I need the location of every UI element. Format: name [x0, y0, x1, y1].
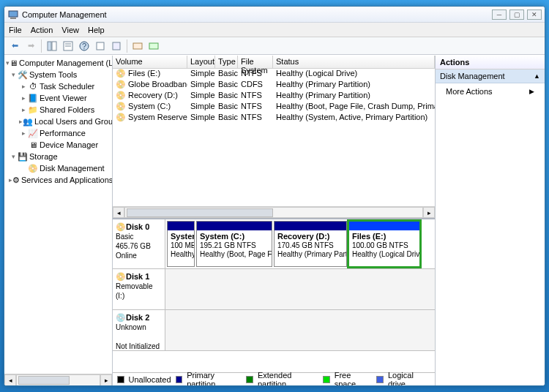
- scroll-thumb[interactable]: [18, 376, 70, 385]
- volume-row[interactable]: 📀 System ReservedSimpleBasicNTFSHealthy …: [113, 113, 435, 124]
- actions-pane: Actions Disk Management ▲ More Actions ▶: [435, 56, 545, 385]
- menu-action[interactable]: Action: [31, 26, 53, 34]
- toolbar: ⬅ ➡ ?: [4, 37, 545, 55]
- tree-item[interactable]: ▸👥Local Users and Groups: [6, 116, 111, 127]
- legend-swatch-extended: [246, 376, 253, 383]
- svg-rect-9: [97, 42, 104, 50]
- legend-extended: Extended partition: [258, 371, 318, 386]
- tree-item[interactable]: ▾🛠️System Tools: [6, 69, 111, 80]
- disk-icon: 📀: [116, 272, 126, 282]
- disk-block[interactable]: 📀Disk 1Removable (I:) No Media: [113, 269, 435, 310]
- volume-list[interactable]: 📀 Files (E:)SimpleBasicNTFSHealthy (Logi…: [113, 69, 435, 206]
- menu-file[interactable]: File: [9, 26, 22, 34]
- legend-swatch-free: [323, 376, 330, 383]
- tree-item[interactable]: 📀Disk Management: [6, 162, 111, 174]
- col-filesystem[interactable]: File System: [238, 56, 273, 68]
- navigation-pane: ▾🖥Computer Management (Local) ▾🛠️System …: [4, 56, 113, 385]
- title-bar[interactable]: Computer Management ─ ▢ ✕: [4, 7, 545, 23]
- legend-swatch-unallocated: [117, 376, 124, 383]
- svg-rect-1: [10, 18, 16, 19]
- toolbar-button-7[interactable]: [130, 39, 145, 53]
- tree-item[interactable]: ▸📁Shared Folders: [6, 104, 111, 116]
- volume-row[interactable]: 📀 Files (E:)SimpleBasicNTFSHealthy (Logi…: [113, 69, 435, 80]
- volume-row[interactable]: 📀 Recovery (D:)SimpleBasicNTFSHealthy (P…: [113, 91, 435, 102]
- legend-unallocated: Unallocated: [129, 375, 171, 384]
- volume-icon: 📀: [116, 80, 126, 88]
- disk-info: 💿Disk 2Unknown Not Initialized: [113, 310, 165, 350]
- console-tree[interactable]: ▾🖥Computer Management (Local) ▾🛠️System …: [4, 56, 112, 374]
- scroll-left-icon[interactable]: ◂: [4, 374, 16, 386]
- svg-rect-3: [52, 42, 56, 50]
- tree-item[interactable]: ▾💾Storage: [6, 151, 111, 162]
- partition[interactable]: Recovery (D:)170.45 GB NTFSHealthy (Prim…: [274, 221, 347, 267]
- disk-block[interactable]: 💿Disk 2Unknown Not Initialized: [113, 310, 435, 351]
- col-status[interactable]: Status: [273, 56, 435, 68]
- help-button[interactable]: ?: [77, 39, 92, 53]
- back-button[interactable]: ⬅: [7, 39, 22, 53]
- svg-rect-11: [133, 43, 142, 49]
- maximize-button[interactable]: ▢: [509, 10, 524, 20]
- disk-block[interactable]: 📀Disk 0Basic465.76 GBOnlineSystem100 MEH…: [113, 219, 435, 269]
- disk-icon: 📀: [116, 222, 126, 232]
- properties-button[interactable]: [61, 39, 75, 53]
- volume-list-header[interactable]: Volume Layout Type File System Status: [113, 56, 435, 69]
- disk-icon: 💿: [116, 313, 126, 323]
- tree-item[interactable]: ▸📈Performance: [6, 127, 111, 139]
- col-layout[interactable]: Layout: [187, 56, 215, 68]
- more-actions-item[interactable]: More Actions ▶: [436, 83, 545, 99]
- actions-header: Actions: [436, 56, 545, 69]
- legend-free: Free space: [335, 371, 373, 386]
- volume-icon: 📀: [116, 69, 126, 78]
- svg-rect-10: [113, 42, 120, 50]
- tree-root[interactable]: ▾🖥Computer Management (Local): [6, 57, 111, 69]
- show-hide-tree-button[interactable]: [45, 39, 59, 53]
- col-volume[interactable]: Volume: [113, 56, 187, 68]
- partition-row: System100 MEHealthySystem (C:)195.21 GB …: [165, 219, 435, 268]
- menu-help[interactable]: Help: [88, 26, 105, 34]
- partition[interactable]: System (C:)195.21 GB NTFSHealthy (Boot, …: [196, 221, 272, 267]
- legend-swatch-logical: [376, 376, 384, 383]
- refresh-button[interactable]: [93, 39, 108, 53]
- tree-item[interactable]: ▸⏱Task Scheduler: [6, 80, 111, 92]
- app-window: Computer Management ─ ▢ ✕ File Action Vi…: [4, 6, 545, 386]
- svg-text:?: ?: [82, 42, 86, 50]
- legend-swatch-primary: [176, 376, 183, 383]
- volume-icon: 📀: [116, 91, 126, 99]
- disk-info: 📀Disk 0Basic465.76 GBOnline: [113, 219, 165, 268]
- collapse-icon[interactable]: ▲: [534, 72, 540, 80]
- menu-view[interactable]: View: [61, 26, 79, 34]
- volume-row[interactable]: 📀 System (C:)SimpleBasicNTFSHealthy (Boo…: [113, 102, 435, 113]
- chevron-right-icon: ▶: [529, 88, 534, 95]
- scroll-left-icon[interactable]: ◂: [113, 207, 124, 218]
- window-title: Computer Management: [22, 10, 492, 19]
- svg-rect-2: [48, 42, 51, 50]
- volume-row[interactable]: 📀 Globe Broadband (H:)SimpleBasicCDFSHea…: [113, 80, 435, 91]
- minimize-button[interactable]: ─: [492, 10, 507, 20]
- tree-item[interactable]: ▸⚙Services and Applications: [6, 174, 111, 186]
- forward-button[interactable]: ➡: [23, 39, 38, 53]
- scroll-right-icon[interactable]: ▸: [100, 374, 112, 386]
- actions-context[interactable]: Disk Management ▲: [436, 69, 545, 83]
- disk-info: 📀Disk 1Removable (I:) No Media: [113, 269, 165, 309]
- scroll-right-icon[interactable]: ▸: [423, 207, 435, 218]
- tree-item[interactable]: 🖥Device Manager: [6, 139, 111, 151]
- nav-horizontal-scrollbar[interactable]: ◂ ▸: [4, 374, 112, 385]
- svg-rect-0: [9, 11, 18, 17]
- legend-logical: Logical drive: [388, 371, 430, 386]
- svg-rect-12: [149, 43, 158, 49]
- toolbar-button-8[interactable]: [146, 39, 161, 53]
- close-button[interactable]: ✕: [527, 10, 542, 20]
- toolbar-button-6[interactable]: [109, 39, 124, 53]
- menu-bar: File Action View Help: [4, 23, 545, 37]
- scroll-thumb[interactable]: [127, 208, 273, 217]
- partition-row: [165, 310, 435, 350]
- list-horizontal-scrollbar[interactable]: ◂ ▸: [113, 206, 435, 218]
- details-pane: Volume Layout Type File System Status 📀 …: [113, 56, 435, 385]
- partition[interactable]: System100 MEHealthy: [167, 221, 195, 267]
- tree-item[interactable]: ▸📘Event Viewer: [6, 92, 111, 104]
- partition-row: [165, 269, 435, 309]
- volume-icon: 📀: [116, 113, 126, 121]
- col-type[interactable]: Type: [215, 56, 238, 68]
- partition[interactable]: Files (E:)100.00 GB NTFSHealthy (Logical…: [348, 221, 420, 267]
- legend: Unallocated Primary partition Extended p…: [113, 372, 435, 385]
